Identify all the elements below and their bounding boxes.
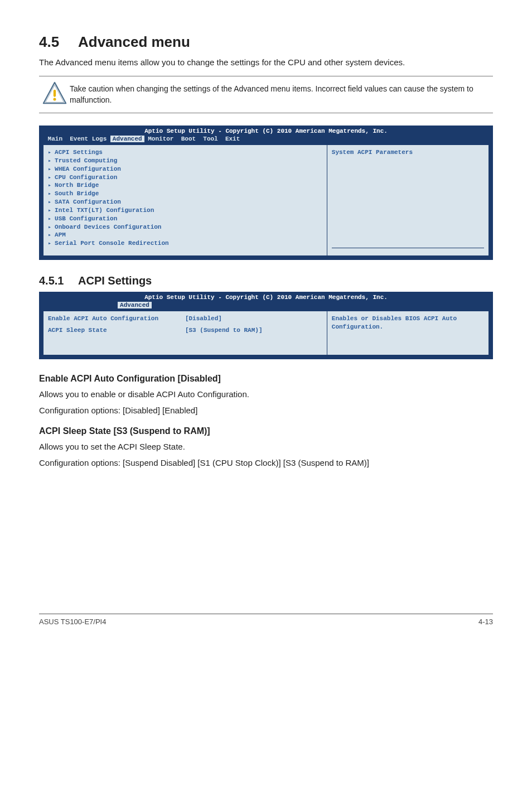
- tab-eventlogs: Event Logs: [70, 136, 107, 142]
- bios-tabs: Advanced: [40, 301, 492, 311]
- bios-screenshot-advanced-menu: Aptio Setup Utility - Copyright (C) 2010…: [39, 126, 493, 260]
- setting-label: ACPI Sleep State: [48, 326, 185, 335]
- bios-help-pane: Enables or Disables BIOS ACPI Auto Confi…: [327, 311, 489, 355]
- svg-rect-2: [53, 90, 55, 97]
- subsection-number: 4.5.1: [39, 274, 78, 287]
- list-item: Serial Port Console Redirection: [48, 239, 322, 248]
- option-heading: ACPI Sleep State [S3 (Suspend to RAM)]: [39, 426, 493, 436]
- list-item: ACPI Settings: [48, 148, 322, 157]
- tab-advanced: Advanced: [110, 136, 144, 142]
- list-item: South Bridge: [48, 190, 322, 198]
- footer-right: 4-13: [478, 618, 493, 626]
- bios-help-text: System ACPI Parameters: [332, 148, 484, 157]
- list-item: Intel TXT(LT) Configuration: [48, 206, 322, 215]
- bios-settings-list: Enable ACPI Auto Configuration [Disabled…: [43, 311, 327, 355]
- setting-value: [Disabled]: [185, 315, 322, 323]
- section-title: Advanced menu: [78, 33, 190, 50]
- setting-label: Enable ACPI Auto Configuration: [48, 315, 185, 323]
- list-item: Trusted Computing: [48, 157, 322, 165]
- tab-main: Main: [48, 136, 62, 142]
- list-item: USB Configuration: [48, 215, 322, 223]
- list-item: WHEA Configuration: [48, 165, 322, 173]
- bios-help-text: Enables or Disables BIOS ACPI Auto Confi…: [332, 315, 484, 331]
- tab-exit: Exit: [225, 136, 240, 142]
- section-intro: The Advanced menu items allow you to cha…: [39, 56, 493, 68]
- caution-text: Take caution when changing the settings …: [70, 84, 493, 105]
- subsection-title: ACPI Settings: [78, 274, 152, 287]
- list-item: SATA Configuration: [48, 198, 322, 206]
- bios-help-separator: [332, 248, 484, 252]
- section-number: 4.5: [39, 33, 78, 51]
- footer-left: ASUS TS100-E7/PI4: [39, 618, 106, 626]
- list-item: Onboard Devices Configuration: [48, 223, 322, 231]
- tab-advanced: Advanced: [118, 302, 152, 308]
- list-item: APM: [48, 231, 322, 239]
- tab-tool: Tool: [203, 136, 217, 142]
- list-item: CPU Configuration: [48, 173, 322, 182]
- setting-row: Enable ACPI Auto Configuration [Disabled…: [48, 315, 322, 323]
- bios-menu-list: ACPI Settings Trusted Computing WHEA Con…: [43, 144, 327, 256]
- tab-monitor: Monitor: [148, 136, 173, 142]
- option-config: Configuration options: [Suspend Disabled…: [39, 457, 493, 469]
- caution-note: Take caution when changing the settings …: [39, 76, 493, 113]
- caution-icon: [39, 81, 70, 108]
- section-heading: 4.5Advanced menu: [39, 33, 493, 51]
- bios-screenshot-acpi-settings: Aptio Setup Utility - Copyright (C) 2010…: [39, 292, 493, 359]
- bios-header: Aptio Setup Utility - Copyright (C) 2010…: [40, 292, 492, 301]
- option-heading: Enable ACPI Auto Configuration [Disabled…: [39, 374, 493, 384]
- subsection-heading: 4.5.1ACPI Settings: [39, 274, 493, 287]
- setting-value: [S3 (Suspend to RAM)]: [185, 326, 322, 335]
- tab-boot: Boot: [181, 136, 196, 142]
- page-footer: ASUS TS100-E7/PI4 4-13: [39, 614, 493, 626]
- bios-header: Aptio Setup Utility - Copyright (C) 2010…: [40, 126, 492, 134]
- list-item: North Bridge: [48, 181, 322, 190]
- setting-row: ACPI Sleep State [S3 (Suspend to RAM)]: [48, 326, 322, 335]
- option-description: Allows you to enable or disable ACPI Aut…: [39, 388, 493, 400]
- option-description: Allows you to set the ACPI Sleep State.: [39, 441, 493, 452]
- bios-tabs: Main Event Logs Advanced Monitor Boot To…: [40, 134, 492, 144]
- option-config: Configuration options: [Disabled] [Enabl…: [39, 404, 493, 416]
- bios-help-pane: System ACPI Parameters: [327, 144, 489, 256]
- svg-point-3: [53, 98, 56, 101]
